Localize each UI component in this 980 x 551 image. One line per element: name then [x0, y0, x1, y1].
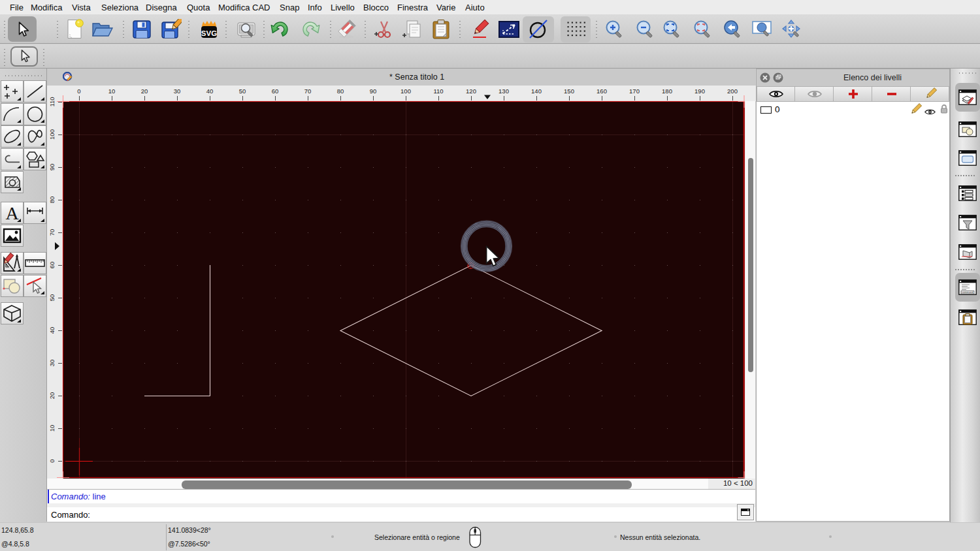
svg-text:100: 100	[48, 129, 56, 140]
svg-text:20: 20	[141, 87, 148, 95]
svg-text:40: 40	[48, 327, 56, 334]
svg-text:70: 70	[304, 87, 312, 95]
svg-text:110: 110	[48, 97, 56, 106]
svg-text:100: 100	[400, 87, 411, 95]
svg-text:140: 140	[531, 87, 542, 95]
svg-text:180: 180	[662, 87, 672, 95]
svg-text:90: 90	[370, 87, 377, 95]
svg-text:150: 150	[564, 87, 574, 95]
svg-text:10: 10	[108, 87, 116, 95]
svg-text:30: 30	[48, 360, 56, 367]
svg-text:0: 0	[48, 459, 56, 462]
svg-text:60: 60	[272, 87, 279, 95]
svg-text:10: 10	[48, 425, 56, 432]
svg-text:0: 0	[77, 87, 80, 95]
svg-text:20: 20	[48, 392, 56, 400]
svg-text:80: 80	[337, 87, 344, 95]
svg-text:170: 170	[629, 87, 640, 95]
svg-text:90: 90	[48, 164, 56, 171]
svg-text:160: 160	[596, 87, 607, 95]
svg-text:30: 30	[174, 87, 181, 95]
svg-text:200: 200	[727, 87, 738, 95]
svg-text:40: 40	[206, 87, 214, 95]
svg-text:60: 60	[48, 262, 56, 269]
svg-text:130: 130	[498, 87, 509, 95]
svg-text:command: command	[962, 291, 973, 294]
svg-text:110: 110	[433, 87, 443, 95]
svg-text:50: 50	[48, 294, 56, 302]
svg-text:70: 70	[48, 229, 56, 236]
svg-text:50: 50	[239, 87, 246, 95]
svg-text:SVG: SVG	[201, 29, 217, 37]
svg-text:120: 120	[466, 87, 476, 95]
svg-text:80: 80	[48, 197, 56, 204]
svg-text:190: 190	[694, 87, 705, 95]
